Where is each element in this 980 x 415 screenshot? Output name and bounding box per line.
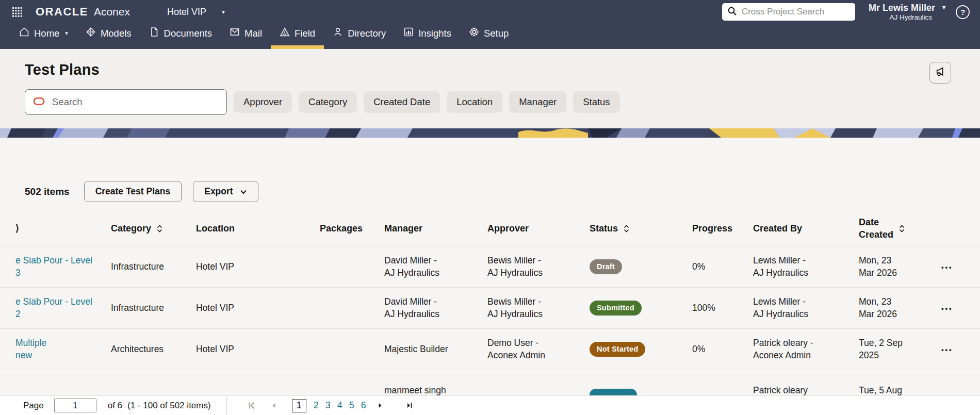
row-menu-button[interactable]: ••• bbox=[941, 346, 953, 354]
status-badge: Draft bbox=[590, 259, 622, 274]
cell-approver: Bewis Miller - AJ Hydraulics bbox=[487, 255, 590, 278]
banner-art bbox=[0, 128, 980, 138]
nav-documents[interactable]: Documents bbox=[140, 24, 221, 49]
filter-chip-location[interactable]: Location bbox=[447, 91, 502, 113]
page-title: Test Plans bbox=[25, 61, 951, 78]
announcement-button[interactable] bbox=[929, 62, 951, 84]
column-header-status[interactable]: Status bbox=[590, 223, 692, 235]
divider bbox=[226, 396, 227, 415]
oracle-wordmark: ORACLE bbox=[36, 5, 88, 19]
nav-setup[interactable]: Setup bbox=[460, 24, 517, 49]
directory-icon bbox=[333, 27, 343, 40]
nav-models[interactable]: Models bbox=[77, 24, 140, 49]
next-page-button[interactable] bbox=[375, 401, 384, 410]
chevron-down-icon bbox=[240, 186, 247, 197]
nav-label: Home bbox=[34, 28, 59, 39]
row-menu-button[interactable]: ••• bbox=[941, 305, 953, 312]
document-icon bbox=[149, 27, 159, 40]
column-header-packages[interactable]: Packages bbox=[320, 223, 384, 235]
chevron-down-icon: ▾ bbox=[65, 30, 68, 37]
column-header-category[interactable]: Category bbox=[111, 223, 196, 235]
column-header-progress[interactable]: Progress bbox=[692, 223, 753, 235]
apps-grid-icon[interactable] bbox=[12, 7, 22, 17]
help-label: ? bbox=[960, 8, 965, 16]
cell-created-by: Patrick oleary - Aconex Admin bbox=[753, 337, 859, 361]
sort-icon[interactable] bbox=[156, 224, 163, 234]
page-link-3[interactable]: 3 bbox=[325, 400, 331, 411]
page-link-6[interactable]: 6 bbox=[361, 400, 366, 411]
nav-label: Setup bbox=[484, 28, 509, 39]
cell-category: Infrastructure bbox=[111, 261, 196, 273]
status-badge: Not Started bbox=[590, 342, 645, 357]
test-plan-link[interactable]: e Slab Pour - Level 2 bbox=[15, 296, 92, 319]
nav-label: Directory bbox=[348, 28, 386, 39]
filter-chip-approver[interactable]: Approver bbox=[234, 91, 292, 113]
page-link-2[interactable]: 2 bbox=[314, 400, 319, 411]
insights-icon bbox=[403, 27, 414, 40]
cell-location: Hotel VIP bbox=[196, 302, 320, 314]
topbar-primary-row: ORACLE Aconex Hotel VIP ▾ Mr Lewis Mille… bbox=[0, 0, 980, 24]
search-input[interactable] bbox=[52, 96, 219, 108]
last-page-button[interactable] bbox=[405, 401, 414, 410]
filter-chip-category[interactable]: Category bbox=[299, 91, 357, 113]
search-box[interactable] bbox=[25, 89, 227, 115]
user-menu[interactable]: Mr Lewis Miller ▾ AJ Hydraulics bbox=[869, 3, 945, 21]
nav-directory[interactable]: Directory bbox=[324, 24, 395, 49]
export-button[interactable]: Export bbox=[193, 181, 258, 202]
cell-created-by: Lewis Miller - AJ Hydraulics bbox=[753, 255, 859, 278]
topbar: ORACLE Aconex Hotel VIP ▾ Mr Lewis Mille… bbox=[0, 0, 980, 49]
table-row: e Slab Pour - Level 2 Infrastructure Hot… bbox=[0, 288, 980, 329]
first-page-button[interactable] bbox=[248, 401, 256, 410]
row-menu-button[interactable]: ••• bbox=[941, 263, 953, 271]
cell-created-by: Lewis Miller - AJ Hydraulics bbox=[753, 296, 859, 320]
filter-chip-manager[interactable]: Manager bbox=[509, 91, 566, 113]
page-of-label: of 6 bbox=[108, 401, 122, 411]
column-header-approver[interactable]: Approver bbox=[487, 223, 590, 235]
nav-label: Field bbox=[295, 28, 315, 39]
column-header-location[interactable]: Location bbox=[196, 223, 320, 235]
cell-manager: Majestic Builder bbox=[384, 343, 487, 355]
setup-icon bbox=[469, 27, 479, 40]
project-selector[interactable]: Hotel VIP ▾ bbox=[167, 7, 225, 18]
create-test-plans-button[interactable]: Create Test Plans bbox=[84, 181, 182, 202]
page-label: Page bbox=[23, 401, 44, 411]
user-organization: AJ Hydraulics bbox=[889, 13, 932, 22]
test-plan-link[interactable]: e Slab Pour - Level 3 bbox=[15, 255, 92, 277]
column-header-truncated: ⟩ bbox=[0, 223, 111, 235]
page-link-5[interactable]: 5 bbox=[349, 400, 354, 411]
sort-icon[interactable] bbox=[899, 224, 905, 234]
cell-date-created: Tue, 5 Aug bbox=[859, 385, 931, 396]
models-icon bbox=[86, 27, 96, 40]
filter-row: Approver Category Created Date Location … bbox=[25, 89, 951, 115]
filter-chip-created-date[interactable]: Created Date bbox=[364, 91, 440, 113]
column-header-date-created[interactable]: Date Created bbox=[859, 217, 931, 241]
page-header: Test Plans Approver Category Created bbox=[0, 49, 980, 128]
cell-manager: David Miller - AJ Hydraulics bbox=[384, 255, 487, 278]
cell-location: Hotel VIP bbox=[196, 343, 320, 355]
items-count: 502 items bbox=[25, 186, 70, 197]
cell-date-created: Mon, 23 Mar 2026 bbox=[859, 255, 931, 278]
cell-approver: Bewis Miller - AJ Hydraulics bbox=[487, 296, 590, 320]
page-link-4[interactable]: 4 bbox=[337, 400, 342, 411]
nav-label: Insights bbox=[418, 28, 451, 39]
nav-field[interactable]: Field bbox=[271, 24, 324, 49]
help-button[interactable]: ? bbox=[956, 5, 970, 19]
home-icon bbox=[19, 27, 29, 40]
table-header-row: ⟩ Category Location Packages Manager App… bbox=[0, 211, 980, 246]
sort-icon[interactable] bbox=[623, 224, 630, 234]
user-name: Mr Lewis Miller bbox=[869, 3, 935, 13]
previous-page-button[interactable] bbox=[270, 401, 279, 410]
cell-manager: David Miller - AJ Hydraulics bbox=[384, 296, 487, 320]
column-header-created-by[interactable]: Created By bbox=[753, 223, 859, 235]
cross-project-search-input[interactable] bbox=[742, 7, 850, 17]
cross-project-search[interactable] bbox=[722, 3, 855, 21]
nav-insights[interactable]: Insights bbox=[395, 24, 460, 49]
nav-mail[interactable]: Mail bbox=[221, 24, 271, 49]
test-plan-link[interactable]: Multiple new bbox=[15, 338, 46, 360]
column-header-manager[interactable]: Manager bbox=[384, 223, 487, 235]
nav-home[interactable]: Home ▾ bbox=[10, 24, 77, 49]
page-number-input[interactable] bbox=[54, 399, 96, 412]
filter-chip-status[interactable]: Status bbox=[573, 91, 619, 113]
list-toolbar: 502 items Create Test Plans Export bbox=[25, 181, 980, 202]
current-page[interactable]: 1 bbox=[292, 399, 306, 412]
